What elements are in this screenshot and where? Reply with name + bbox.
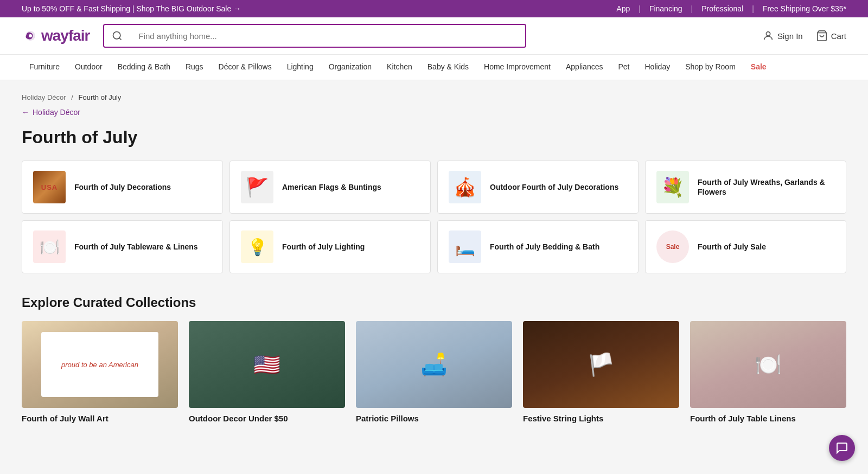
- collection-label-table-linens: Fourth of July Table Linens: [690, 413, 846, 424]
- nav-lighting[interactable]: Lighting: [279, 55, 321, 80]
- category-label-decorations: Fourth of July Decorations: [74, 182, 171, 192]
- nav-pet[interactable]: Pet: [610, 55, 637, 80]
- search-button[interactable]: [104, 25, 130, 47]
- svg-point-1: [29, 34, 32, 37]
- nav-shop-by-room[interactable]: Shop by Room: [678, 55, 743, 80]
- nav-holiday[interactable]: Holiday: [637, 55, 678, 80]
- banner-links: App | Financing | Professional | Free Sh…: [616, 4, 846, 13]
- search-bar: [103, 24, 526, 48]
- category-card-lighting[interactable]: 💡 Fourth of July Lighting: [229, 220, 431, 273]
- nav-decor-pillows[interactable]: Décor & Pillows: [211, 55, 279, 80]
- back-arrow-icon: ←: [22, 108, 29, 117]
- header-right: Sign In Cart: [762, 30, 846, 42]
- category-image-tableware: 🍽️: [33, 230, 66, 263]
- search-icon: [112, 30, 123, 41]
- logo-text: wayfair: [41, 27, 90, 44]
- banner-app-link[interactable]: App: [616, 4, 630, 13]
- category-label-sale: Fourth of July Sale: [698, 242, 766, 252]
- banner-financing-link[interactable]: Financing: [649, 4, 682, 13]
- nav-bedding-bath[interactable]: Bedding & Bath: [110, 55, 178, 80]
- category-card-flags[interactable]: 🚩 American Flags & Buntings: [229, 161, 431, 214]
- nav-sale[interactable]: Sale: [743, 55, 774, 80]
- collections-title: Explore Curated Collections: [22, 295, 846, 310]
- collection-img-outdoor-decor: 🇺🇸: [189, 321, 345, 408]
- category-card-tableware[interactable]: 🍽️ Fourth of July Tableware & Linens: [22, 220, 223, 273]
- category-image-outdoor: 🎪: [449, 171, 481, 203]
- breadcrumb: Holiday Décor / Fourth of July: [22, 93, 846, 101]
- category-label-wreaths: Fourth of July Wreaths, Garlands & Flowe…: [698, 177, 835, 197]
- collection-pillows[interactable]: 🛋️ Patriotic Pillows: [356, 321, 512, 424]
- category-card-bedding[interactable]: 🛏️ Fourth of July Bedding & Bath: [437, 220, 639, 273]
- collection-img-table-linens: 🍽️: [690, 321, 846, 408]
- nav-furniture[interactable]: Furniture: [22, 55, 67, 80]
- sale-badge: Sale: [656, 230, 689, 263]
- main-content: Holiday Décor / Fourth of July ← Holiday…: [0, 80, 868, 437]
- category-image-lighting: 💡: [241, 230, 273, 263]
- collection-img-wall-art: proud to be an American: [22, 321, 178, 408]
- category-image-decorations: USA: [33, 171, 66, 203]
- collection-label-pillows: Patriotic Pillows: [356, 413, 512, 424]
- collection-img-pillows: 🛋️: [356, 321, 512, 408]
- banner-promo[interactable]: Up to 50% OFF & Fast Shipping | Shop The…: [22, 4, 241, 13]
- svg-point-2: [113, 32, 120, 39]
- sign-in-label: Sign In: [777, 31, 803, 41]
- category-card-wreaths[interactable]: 💐 Fourth of July Wreaths, Garlands & Flo…: [645, 161, 846, 214]
- collection-string-lights[interactable]: 🏳️ Festive String Lights: [523, 321, 679, 424]
- sale-badge-text: Sale: [666, 243, 680, 251]
- cart-icon: [816, 30, 828, 42]
- category-label-tableware: Fourth of July Tableware & Linens: [74, 242, 198, 252]
- collection-table-linens[interactable]: 🍽️ Fourth of July Table Linens: [690, 321, 846, 424]
- category-card-decorations[interactable]: USA Fourth of July Decorations: [22, 161, 223, 214]
- nav-baby-kids[interactable]: Baby & Kids: [420, 55, 476, 80]
- search-input[interactable]: [130, 26, 525, 46]
- collection-img-string-lights: 🏳️: [523, 321, 679, 408]
- collections-row: proud to be an American Fourth of July W…: [22, 321, 846, 424]
- category-label-outdoor: Outdoor Fourth of July Decorations: [490, 182, 618, 192]
- nav-home-improvement[interactable]: Home Improvement: [476, 55, 558, 80]
- category-grid: USA Fourth of July Decorations 🚩 America…: [22, 161, 846, 273]
- nav-appliances[interactable]: Appliances: [558, 55, 611, 80]
- breadcrumb-current: Fourth of July: [79, 93, 122, 101]
- header: wayfair Sign In Cart: [0, 17, 868, 55]
- sign-in-button[interactable]: Sign In: [762, 30, 803, 42]
- collection-label-string-lights: Festive String Lights: [523, 413, 679, 424]
- breadcrumb-parent[interactable]: Holiday Décor: [22, 93, 66, 101]
- top-banner: Up to 50% OFF & Fast Shipping | Shop The…: [0, 0, 868, 17]
- category-image-bedding: 🛏️: [449, 230, 481, 263]
- back-link-label: Holiday Décor: [33, 108, 80, 117]
- banner-shipping-link[interactable]: Free Shipping Over $35*: [763, 4, 846, 13]
- collection-label-wall-art: Fourth of July Wall Art: [22, 413, 178, 424]
- nav-organization[interactable]: Organization: [321, 55, 379, 80]
- back-link[interactable]: ← Holiday Décor: [22, 108, 846, 117]
- logo-icon: [22, 27, 39, 44]
- nav-kitchen[interactable]: Kitchen: [379, 55, 420, 80]
- category-image-wreaths: 💐: [656, 171, 689, 203]
- main-nav: Furniture Outdoor Bedding & Bath Rugs Dé…: [0, 55, 868, 80]
- page-title: Fourth of July: [22, 127, 846, 148]
- category-label-bedding: Fourth of July Bedding & Bath: [490, 242, 599, 252]
- collection-outdoor-decor[interactable]: 🇺🇸 Outdoor Decor Under $50: [189, 321, 345, 424]
- nav-rugs[interactable]: Rugs: [178, 55, 211, 80]
- category-label-flags: American Flags & Buntings: [282, 182, 381, 192]
- cart-label: Cart: [831, 31, 846, 41]
- banner-professional-link[interactable]: Professional: [701, 4, 743, 13]
- category-card-outdoor[interactable]: 🎪 Outdoor Fourth of July Decorations: [437, 161, 639, 214]
- category-card-sale[interactable]: Sale Fourth of July Sale: [645, 220, 846, 273]
- nav-outdoor[interactable]: Outdoor: [67, 55, 110, 80]
- svg-line-3: [119, 38, 121, 40]
- category-image-flags: 🚩: [241, 171, 273, 203]
- cart-button[interactable]: Cart: [816, 30, 846, 42]
- collection-label-outdoor-decor: Outdoor Decor Under $50: [189, 413, 345, 424]
- svg-point-4: [766, 32, 770, 36]
- logo[interactable]: wayfair: [22, 27, 90, 44]
- banner-promo-text: Up to 50% OFF & Fast Shipping | Shop The…: [22, 4, 241, 13]
- collection-wall-art[interactable]: proud to be an American Fourth of July W…: [22, 321, 178, 424]
- category-label-lighting: Fourth of July Lighting: [282, 242, 365, 252]
- user-icon: [762, 30, 774, 42]
